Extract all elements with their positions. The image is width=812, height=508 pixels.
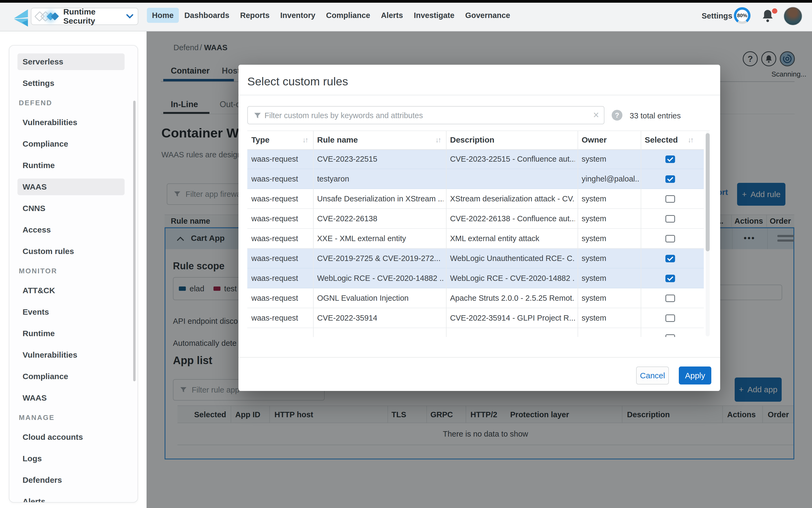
checkbox-unchecked[interactable] — [666, 295, 675, 302]
nav-item-compliance[interactable]: Compliance — [321, 8, 375, 23]
nav-item-dashboards[interactable]: Dashboards — [179, 8, 235, 23]
sidebar-item-vulnerabilities[interactable]: Vulnerabilities — [9, 344, 137, 366]
cell-owner: system — [582, 195, 639, 203]
cell-rule-name: CVE-2022-35914 — [317, 313, 443, 323]
usage-ring[interactable]: 80% — [734, 7, 751, 24]
sidebar-item-waas[interactable]: WAAS — [9, 387, 137, 409]
sort-icons[interactable]: ↓↑ — [688, 136, 693, 144]
product-name: Runtime Security — [63, 7, 126, 26]
sidebar-item-compliance[interactable]: Compliance — [9, 133, 137, 155]
apply-button[interactable]: Apply — [679, 367, 711, 384]
sidebar-item-access[interactable]: Access — [9, 219, 137, 241]
prisma-cloud-logo-icon — [13, 9, 29, 27]
checkbox-unchecked[interactable] — [666, 195, 675, 203]
checkbox-unchecked[interactable] — [666, 314, 675, 322]
sidebar-item-cnns[interactable]: CNNS — [9, 198, 137, 219]
sidebar-item-alerts[interactable]: Alerts — [9, 491, 137, 503]
sidebar-item-label: Vulnerabilities — [23, 350, 77, 359]
table-row[interactable]: waas-requestCVE-2023-22515CVE-2023-22515… — [247, 149, 704, 169]
sidebar-item-runtime[interactable]: Runtime — [9, 323, 137, 344]
sidebar-item-logs[interactable]: Logs — [9, 448, 137, 469]
nav-item-inventory[interactable]: Inventory — [275, 8, 320, 23]
sidebar-item-label: Runtime — [23, 329, 55, 338]
nav-item-governance[interactable]: Governance — [460, 8, 515, 23]
sidebar-scrollbar[interactable] — [133, 101, 136, 381]
clear-search-icon[interactable]: × — [593, 110, 599, 120]
sidebar-item-vulnerabilities[interactable]: Vulnerabilities — [9, 112, 137, 133]
cell-description: WebLogic RCE - CVE-2020-14882 ... — [450, 274, 575, 283]
table-row[interactable]: waas-requestWebLogic RCE - CVE-2020-1488… — [247, 268, 704, 288]
sidebar-item-cloud-accounts[interactable]: Cloud accounts — [9, 426, 137, 448]
sidebar-item-label: Cloud accounts — [23, 432, 83, 442]
table-row[interactable]: waas-requestXXE - XML external entityXML… — [247, 229, 704, 249]
modal-col-description[interactable]: Description — [450, 135, 494, 144]
table-row[interactable]: waas-requestCVE-2022-26138CVE-2022-26138… — [247, 209, 704, 229]
sidebar-section-manage: MANAGE — [9, 409, 137, 426]
sidebar-item-settings[interactable]: Settings — [9, 73, 137, 94]
checkbox-checked[interactable] — [666, 255, 675, 262]
sidebar-item-custom-rules[interactable]: Custom rules — [9, 241, 137, 262]
sidebar-item-att-ck[interactable]: ATT&CK — [9, 280, 137, 301]
column-separator — [313, 131, 314, 337]
nav-item-alerts[interactable]: Alerts — [376, 8, 408, 23]
sidebar-item-defenders[interactable]: Defenders — [9, 469, 137, 491]
usage-percent: 80% — [736, 10, 748, 22]
sidebar-item-label: Logs — [23, 454, 42, 463]
cell-description: CVE-2022-35914 - GLPI Project R... — [450, 313, 575, 323]
custom-rules-search-input[interactable] — [264, 107, 587, 124]
app-window: Runtime Security HomeDashboardsReportsIn… — [0, 0, 812, 508]
nav-item-investigate[interactable]: Investigate — [409, 8, 460, 23]
checkbox-unchecked[interactable] — [666, 215, 675, 222]
nav-settings[interactable]: Settings — [701, 11, 732, 20]
nav-item-reports[interactable]: Reports — [235, 8, 275, 23]
os-strip — [0, 0, 812, 3]
sort-icons[interactable]: ↓↑ — [435, 136, 440, 144]
help-icon[interactable]: ? — [612, 110, 623, 121]
sort-icons[interactable]: ↓↑ — [302, 136, 307, 144]
sidebar-item-label: Vulnerabilities — [23, 118, 77, 127]
table-row[interactable]: waas-requestCVE-2019-2725 & CVE-2019-272… — [247, 249, 704, 268]
table-row[interactable]: waas-requestUnsafe Deserialization in XS… — [247, 189, 704, 209]
modal-col-selected[interactable]: Selected — [645, 135, 678, 144]
checkbox-checked[interactable] — [666, 156, 675, 163]
sidebar-item-runtime[interactable]: Runtime — [9, 155, 137, 176]
sidebar-item-label: Serverless — [23, 57, 63, 66]
nav-item-home[interactable]: Home — [147, 8, 179, 23]
table-scrollbar-thumb[interactable] — [706, 133, 710, 251]
table-scrollbar[interactable] — [706, 132, 710, 336]
cell-owner: system — [582, 274, 639, 283]
sidebar-section-monitor: MONITOR — [9, 262, 137, 280]
sidebar-item-compliance[interactable]: Compliance — [9, 366, 137, 387]
modal-footer-divider — [239, 357, 720, 357]
user-avatar[interactable] — [783, 7, 802, 26]
table-row[interactable]: waas-requestOGNL Evaluation InjectionApa… — [247, 288, 704, 308]
sidebar-item-waas[interactable]: WAAS — [9, 176, 137, 198]
checkbox-checked[interactable] — [666, 175, 675, 183]
product-switcher[interactable]: Runtime Security — [31, 8, 138, 25]
checkbox-unchecked[interactable] — [666, 235, 675, 243]
sidebar-card: ServerlessSettingsDEFENDVulnerabilitiesC… — [9, 45, 138, 503]
sidebar-section-label: MANAGE — [19, 414, 55, 422]
cell-description: CVE-2022-26138 - Confluence aut... — [450, 214, 575, 223]
table-row[interactable]: waas-requestCVE-2022-35914CVE-2022-35914… — [247, 308, 704, 328]
cell-type: waas-request — [251, 174, 312, 183]
cell-type: waas-request — [251, 155, 312, 164]
table-row[interactable] — [247, 328, 704, 337]
sidebar-list: ServerlessSettingsDEFENDVulnerabilitiesC… — [9, 46, 137, 503]
chevron-down-icon — [126, 14, 133, 19]
cell-description: WebLogic Unauthenticated RCE- C... — [450, 254, 575, 263]
checkbox-unchecked[interactable] — [666, 334, 675, 337]
sidebar-item-label: Access — [23, 225, 51, 235]
sidebar-item-events[interactable]: Events — [9, 301, 137, 323]
cell-type: waas-request — [251, 234, 312, 243]
sidebar-item-serverless[interactable]: Serverless — [9, 51, 137, 73]
sidebar-item-label: Compliance — [23, 139, 68, 149]
modal-col-owner[interactable]: Owner — [582, 135, 607, 144]
modal-col-rule-name[interactable]: Rule name — [317, 135, 358, 144]
modal-col-type[interactable]: Type — [251, 135, 269, 144]
cell-rule-name: CVE-2019-2725 & CVE-2019-272... — [317, 254, 443, 263]
table-row[interactable]: waas-requesttestyaronyinghel@paloal... — [247, 169, 704, 189]
cancel-button[interactable]: Cancel — [636, 367, 669, 384]
custom-rules-search[interactable]: × — [247, 106, 604, 124]
checkbox-checked[interactable] — [666, 275, 675, 282]
